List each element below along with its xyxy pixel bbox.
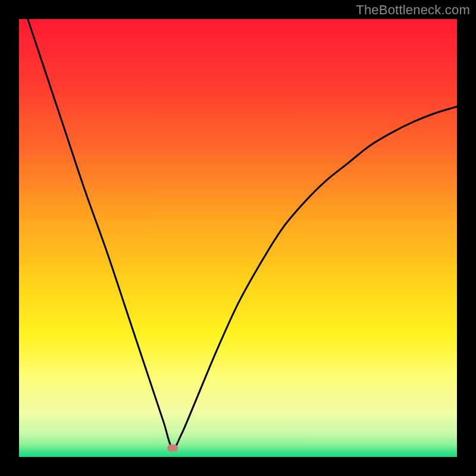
watermark-text: TheBottleneck.com — [356, 2, 470, 18]
gradient-background — [19, 19, 457, 457]
chart-frame: TheBottleneck.com — [0, 0, 476, 476]
chart-svg — [19, 19, 457, 457]
plot-area — [19, 19, 457, 457]
